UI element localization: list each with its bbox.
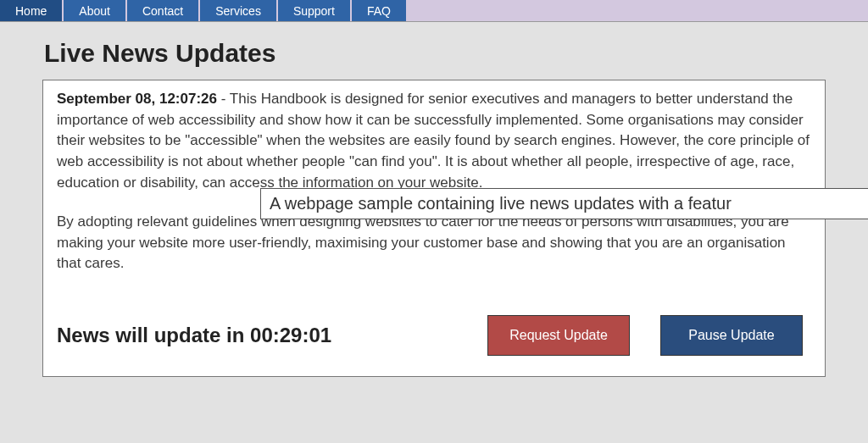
nav-about[interactable]: About	[64, 0, 125, 21]
news-sep: -	[221, 91, 230, 107]
nav-faq[interactable]: FAQ	[352, 0, 406, 21]
button-row: Request Update Pause Update	[487, 315, 803, 356]
news-para2: By adopting relevant guidelines when des…	[57, 212, 811, 274]
page-title: Live News Updates	[44, 39, 868, 68]
nav-home[interactable]: Home	[0, 0, 62, 21]
nav-services[interactable]: Services	[200, 0, 276, 21]
news-body: September 08, 12:07:26 - This Handbook i…	[57, 89, 811, 274]
news-box: September 08, 12:07:26 - This Handbook i…	[42, 80, 826, 377]
countdown-text: News will update in 00:29:01	[57, 324, 331, 347]
top-nav: Home About Contact Services Support FAQ	[0, 0, 868, 22]
countdown-prefix: News will update in	[57, 324, 250, 346]
nav-spacer	[408, 0, 868, 21]
tooltip: A webpage sample containing live news up…	[260, 188, 868, 219]
nav-support[interactable]: Support	[278, 0, 350, 21]
request-update-button[interactable]: Request Update	[487, 315, 630, 356]
pause-update-button[interactable]: Pause Update	[660, 315, 803, 356]
update-row: News will update in 00:29:01 Request Upd…	[57, 315, 811, 356]
nav-contact[interactable]: Contact	[127, 0, 198, 21]
countdown-time: 00:29:01	[250, 324, 331, 346]
news-timestamp: September 08, 12:07:26	[57, 91, 217, 107]
